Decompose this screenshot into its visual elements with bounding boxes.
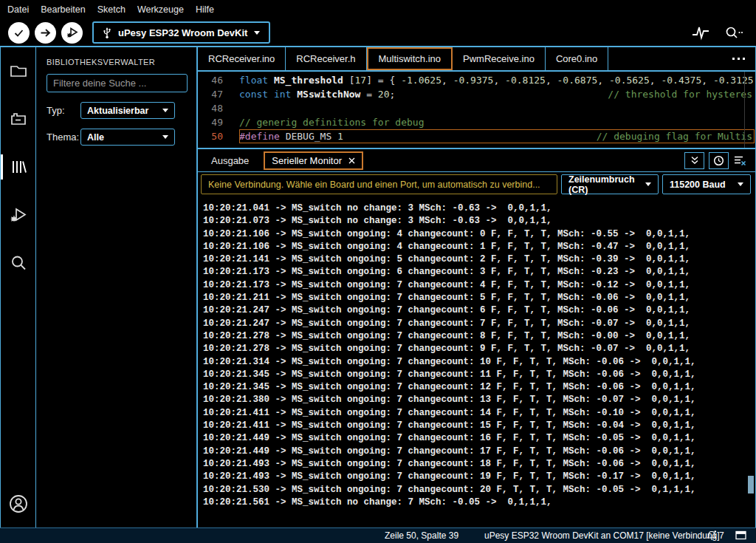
notifications-button[interactable]: 7 <box>707 530 724 541</box>
code-line[interactable]: 47const int MSswitchNow = 20;// threshol… <box>198 87 755 101</box>
chevron-down-icon <box>254 31 260 35</box>
line-ending-dropdown[interactable]: Zeilenumbruch (CR) <box>561 174 659 194</box>
serial-output-line: 10:20:21.041 -> MS_switch no change: 3 M… <box>203 202 755 215</box>
serial-output-line: 10:20:21.345 -> MS_switch ongoing: 7 cha… <box>203 381 755 394</box>
serial-output-line: 10:20:21.106 -> MS_switch ongoing: 4 cha… <box>203 241 755 253</box>
debug-button[interactable] <box>61 22 83 44</box>
sidebar-item-sketchbook[interactable] <box>1 56 36 86</box>
sidebar-item-search[interactable] <box>1 248 36 278</box>
toggle-panel-icon[interactable] <box>735 530 746 540</box>
panel-tab-bar: Ausgabe Serieller Monitor <box>198 149 755 172</box>
serial-output-line: 10:20:21.411 -> MS_switch ongoing: 7 cha… <box>203 407 755 420</box>
baud-rate-dropdown[interactable]: 115200 Baud <box>662 174 751 194</box>
upload-button[interactable] <box>35 22 56 44</box>
line-number: 49 <box>198 115 239 129</box>
board-selector-label: uPesy ESP32 Wroom DevKit <box>118 27 247 38</box>
sidebar-title: BIBLIOTHEKSVERWALTER <box>47 58 188 66</box>
serial-output-line: 10:20:21.141 -> MS_switch ongoing: 5 cha… <box>203 253 755 266</box>
chevron-down-icon <box>162 135 168 139</box>
tab-core0-ino[interactable]: Core0.ino <box>546 47 608 70</box>
close-icon[interactable] <box>348 157 355 164</box>
menu-sketch[interactable]: Sketch <box>92 4 131 15</box>
tab-serial-monitor[interactable]: Serieller Monitor <box>264 151 363 170</box>
line-number: 46 <box>198 73 239 87</box>
serial-output[interactable]: 10:20:21.041 -> MS_switch no change: 3 M… <box>198 197 755 527</box>
library-search-input[interactable] <box>47 74 188 92</box>
code-line[interactable]: 48 <box>198 101 755 115</box>
type-filter-label: Typ: <box>47 105 80 116</box>
check-icon <box>13 27 25 39</box>
code-editor[interactable]: 46float MS_threshold [17] = { -1.0625, -… <box>198 72 755 148</box>
folder-icon <box>9 61 28 81</box>
topic-filter-dropdown[interactable]: Alle <box>80 129 175 146</box>
board-connection-status[interactable]: uPesy ESP32 Wroom DevKit an COM17 [keine… <box>484 530 720 541</box>
serial-output-line: 10:20:21.073 -> MS_switch no change: 3 M… <box>203 215 755 228</box>
status-bar: Zeile 50, Spalte 39 uPesy ESP32 Wroom De… <box>0 527 756 543</box>
serial-output-line: 10:20:21.173 -> MS_switch ongoing: 6 cha… <box>203 266 755 279</box>
menu-hilfe[interactable]: Hilfe <box>190 4 220 15</box>
serial-output-line: 10:20:21.380 -> MS_switch ongoing: 7 cha… <box>203 394 755 406</box>
sidebar-item-library-manager[interactable] <box>1 152 36 182</box>
line-number: 48 <box>198 101 239 115</box>
serial-message-input[interactable]: Keine Verbindung. Wähle ein Board und ei… <box>201 174 557 194</box>
tab-rcreceiver-h[interactable]: RCReceiver.h <box>286 47 366 70</box>
cursor-position[interactable]: Zeile 50, Spalte 39 <box>385 530 458 541</box>
serial-monitor-icon[interactable] <box>722 24 744 41</box>
serial-output-line: 10:20:21.173 -> MS_switch ongoing: 7 cha… <box>203 279 755 292</box>
topic-filter-value: Alle <box>87 132 104 143</box>
sidebar-item-boards-manager[interactable] <box>1 104 36 134</box>
type-filter-dropdown[interactable]: Aktualisierbar <box>80 102 175 119</box>
account-button[interactable] <box>1 489 36 519</box>
menu-bearbeiten[interactable]: Bearbeiten <box>35 4 91 15</box>
serial-output-line: 10:20:21.493 -> MS_switch ongoing: 7 cha… <box>203 471 755 483</box>
serial-plotter-icon[interactable] <box>691 24 710 41</box>
toolbar: uPesy ESP32 Wroom DevKit <box>0 19 756 47</box>
line-number: 50 <box>198 129 239 143</box>
clear-output-icon[interactable] <box>733 154 746 166</box>
code-line[interactable]: 50#define DEBUG_MS 1// debuging flag for… <box>198 129 755 143</box>
debug-play-icon <box>66 26 79 39</box>
usb-icon <box>103 26 111 39</box>
menu-datei[interactable]: Datei <box>1 4 35 15</box>
serial-output-line: 10:20:21.493 -> MS_switch ongoing: 7 cha… <box>203 458 755 471</box>
menu-bar: Datei Bearbeiten Sketch Werkzeuge Hilfe <box>0 0 756 19</box>
sidebar-item-debug[interactable] <box>1 200 36 230</box>
more-actions-icon[interactable] <box>732 58 745 60</box>
code-line[interactable]: 46float MS_threshold [17] = { -1.0625, -… <box>198 73 755 87</box>
type-filter-value: Aktualisierbar <box>87 106 148 116</box>
toolbar-right <box>691 24 744 41</box>
arduino-ide-window: Datei Bearbeiten Sketch Werkzeuge Hilfe <box>0 0 756 543</box>
clock-icon <box>713 155 724 166</box>
menu-werkzeuge[interactable]: Werkzeuge <box>131 4 190 15</box>
bell-icon <box>707 530 717 541</box>
tab-rcreceiver-ino[interactable]: RCReceiver.ino <box>198 47 286 70</box>
scrollbar-thumb[interactable] <box>748 476 754 494</box>
serial-output-line: 10:20:21.449 -> MS_switch ongoing: 7 cha… <box>203 432 755 445</box>
code-line[interactable]: 49// generig definitions for debug <box>198 115 755 129</box>
editor-column: RCReceiver.ino RCReceiver.h Multiswitch.… <box>198 47 755 527</box>
verify-button[interactable] <box>8 22 30 44</box>
notification-count: 7 <box>719 530 724 541</box>
timestamp-toggle-button[interactable] <box>709 152 729 169</box>
serial-output-line: 10:20:21.530 -> MS_switch ongoing: 7 cha… <box>203 484 755 496</box>
board-selector[interactable]: uPesy ESP32 Wroom DevKit <box>92 21 270 44</box>
serial-output-line: 10:20:21.314 -> MS_switch ongoing: 7 cha… <box>203 356 755 369</box>
serial-output-line: 10:20:21.561 -> MS_switch no change: 7 M… <box>203 496 755 509</box>
bug-play-icon <box>9 205 28 225</box>
serial-output-line: 10:20:21.345 -> MS_switch ongoing: 7 cha… <box>203 369 755 381</box>
serial-output-line: 10:20:21.449 -> MS_switch ongoing: 7 cha… <box>203 445 755 458</box>
main-area: BIBLIOTHEKSVERWALTER Typ: Aktualisierbar… <box>0 47 756 527</box>
chevron-down-icon <box>645 182 651 186</box>
collapse-panel-button[interactable] <box>684 152 704 169</box>
tab-multiswitch-ino[interactable]: Multiswitch.ino <box>367 47 453 70</box>
books-icon <box>9 157 28 177</box>
library-manager-sidebar: BIBLIOTHEKSVERWALTER Typ: Aktualisierbar… <box>36 47 198 527</box>
activity-bar <box>1 47 36 527</box>
tab-output[interactable]: Ausgabe <box>207 155 253 166</box>
serial-output-line: 10:20:21.247 -> MS_switch ongoing: 7 cha… <box>203 318 755 330</box>
serial-output-line: 10:20:21.211 -> MS_switch ongoing: 7 cha… <box>203 292 755 304</box>
serial-monitor-toolbar: Keine Verbindung. Wähle ein Board und ei… <box>198 172 755 197</box>
bottom-panel: Ausgabe Serieller Monitor <box>198 148 755 527</box>
tab-pwmreceive-ino[interactable]: PwmReceive.ino <box>453 47 546 70</box>
arrow-right-icon <box>39 27 52 39</box>
